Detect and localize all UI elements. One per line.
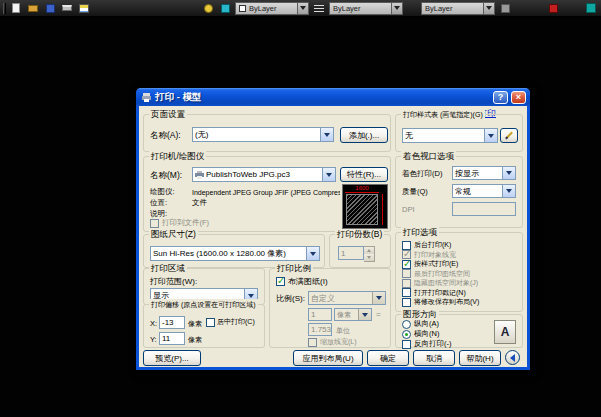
- plotter-label: 绘图仪:: [150, 187, 175, 197]
- group-title: 页面设置: [149, 109, 187, 120]
- scale-unit2-input[interactable]: 1.753: [308, 323, 332, 336]
- chevron-down-icon[interactable]: [322, 168, 335, 181]
- scale-unit2-label: 单位: [336, 326, 350, 336]
- chevron-down-icon[interactable]: [502, 167, 515, 179]
- printer-name-combo[interactable]: PublishToWeb JPG.pc3: [192, 167, 336, 182]
- ok-button[interactable]: 确定: [367, 350, 409, 366]
- fit-to-paper-label: 布满图纸(I): [288, 276, 328, 287]
- landscape-radio[interactable]: [402, 330, 411, 339]
- linetype-icon[interactable]: [312, 1, 326, 15]
- cancel-button[interactable]: 取消: [413, 350, 455, 366]
- scale-lineweight-checkbox[interactable]: [308, 338, 317, 347]
- plot-dialog-icon: [140, 91, 152, 103]
- portrait-label: 纵向(A): [414, 319, 439, 329]
- chevron-down-icon[interactable]: [372, 292, 385, 304]
- chevron-down-icon[interactable]: [320, 128, 333, 141]
- hide-paperspace-objects-checkbox[interactable]: [402, 279, 411, 288]
- chevron-down-icon[interactable]: [502, 185, 515, 197]
- combo-value: PublishToWeb JPG.pc3: [193, 168, 322, 181]
- edit-plot-style-button[interactable]: [500, 128, 518, 143]
- page-setup-name-combo[interactable]: (无): [192, 127, 334, 142]
- apply-to-layout-button[interactable]: 应用到布局(U): [293, 350, 363, 366]
- combo-value: 像素: [335, 309, 358, 320]
- chevron-down-icon[interactable]: [483, 3, 494, 14]
- plot-to-file-checkbox[interactable]: [150, 219, 159, 228]
- fit-to-paper-checkbox-row: 布满图纸(I): [276, 276, 328, 287]
- combo-value: 按显示: [453, 167, 502, 179]
- toolbar-grip[interactable]: [3, 3, 6, 14]
- spin-up-icon[interactable]: [364, 247, 374, 254]
- printer-icon: [195, 171, 204, 179]
- toolbar-icon-red-swatch[interactable]: [546, 1, 560, 15]
- chevron-down-icon[interactable]: [484, 129, 497, 142]
- quality-combo[interactable]: 常规: [452, 184, 516, 198]
- group-title: 打印样式表 (画笔指定)(G): [401, 109, 485, 120]
- dpi-input[interactable]: [452, 202, 516, 216]
- close-button[interactable]: ×: [511, 91, 526, 104]
- plot-style-group: 打印样式表 (画笔指定)(G) 无: [395, 114, 523, 152]
- plot-dialog: 打印 - 模型 ? × i 了解打印 页面设置 名称(A): (无) 添加(.)…: [136, 88, 530, 370]
- offset-y-input[interactable]: 11: [159, 332, 185, 345]
- object-properties-toolbar: ByLayer ByLayer ByLayer: [0, 0, 601, 17]
- chevron-down-icon[interactable]: [306, 247, 319, 260]
- preview-button[interactable]: 预览(P)...: [143, 350, 201, 366]
- lineweight-control[interactable]: ByLayer: [421, 2, 495, 15]
- paper-size-combo[interactable]: Sun Hi-Res (1600.00 x 1280.00 像素): [150, 246, 320, 261]
- autocad-window: ByLayer ByLayer ByLayer 打印 - 模型 ? ×: [0, 0, 601, 417]
- layers-icon[interactable]: [77, 1, 91, 15]
- plot-style-combo[interactable]: 无: [402, 128, 498, 143]
- new-file-icon[interactable]: [9, 1, 23, 15]
- make-layer-current-icon[interactable]: [201, 1, 215, 15]
- plot-stamp-on-checkbox[interactable]: [402, 288, 411, 297]
- copies-spinner[interactable]: 1: [338, 246, 375, 262]
- open-folder-icon[interactable]: [26, 1, 40, 15]
- paper-preview: 1600: [342, 184, 388, 229]
- group-title: 打印偏移 (原点设置在可打印区域): [149, 299, 258, 310]
- dialog-body: i 了解打印 页面设置 名称(A): (无) 添加(.)... 打印机/绘图仪 …: [139, 106, 527, 367]
- plot-paperspace-last-checkbox[interactable]: [402, 269, 411, 278]
- dpi-label: DPI: [402, 205, 415, 215]
- add-page-setup-button[interactable]: 添加(.)...: [340, 127, 388, 143]
- scale-unit1-input[interactable]: 1: [308, 308, 332, 321]
- layer-previous-icon[interactable]: [218, 1, 232, 15]
- offset-y-label: Y:: [150, 335, 157, 345]
- scale-combo[interactable]: 自定义: [308, 291, 386, 305]
- pencil-icon: [505, 132, 513, 140]
- center-plot-checkbox[interactable]: [206, 318, 215, 327]
- save-changes-to-layout-checkbox[interactable]: [402, 298, 411, 307]
- group-title: 图纸尺寸(Z): [149, 229, 198, 240]
- offset-y-unit: 像素: [188, 335, 202, 345]
- dialog-titlebar[interactable]: 打印 - 模型 ? ×: [136, 88, 530, 106]
- chevron-down-icon[interactable]: [391, 3, 402, 14]
- plot-style-control-icon[interactable]: [498, 1, 512, 15]
- portrait-radio[interactable]: [402, 320, 411, 329]
- orientation-paper-icon: A: [494, 320, 516, 344]
- save-icon[interactable]: [43, 1, 57, 15]
- shade-plot-combo[interactable]: 按显示: [452, 166, 516, 180]
- chevron-down-icon[interactable]: [358, 309, 371, 320]
- scale-unit1-combo[interactable]: 像素: [334, 308, 372, 321]
- location-label: 位置:: [150, 198, 167, 208]
- group-title: 打印机/绘图仪: [149, 151, 206, 162]
- plot-with-plot-styles-checkbox[interactable]: [402, 260, 411, 269]
- copies-value[interactable]: 1: [338, 246, 364, 260]
- spin-down-icon[interactable]: [364, 254, 374, 261]
- linetype-control[interactable]: ByLayer: [329, 2, 403, 15]
- plot-icon[interactable]: [60, 1, 74, 15]
- color-control[interactable]: ByLayer: [235, 2, 309, 15]
- help-button-bottom[interactable]: 帮助(H): [459, 350, 501, 366]
- option-label: 打开打印戳记(N): [414, 288, 466, 298]
- help-button[interactable]: ?: [493, 91, 508, 104]
- less-options-button[interactable]: [505, 350, 520, 365]
- chevron-down-icon[interactable]: [297, 3, 308, 14]
- properties-button[interactable]: 特性(R)...: [340, 167, 388, 182]
- scale-lineweight-label: 缩放线宽(L): [320, 337, 357, 347]
- spinner-arrows[interactable]: [364, 246, 375, 262]
- toolbar-icon-teal-swatch[interactable]: [584, 1, 598, 15]
- combo-value: 常规: [453, 185, 502, 197]
- plot-upside-down-checkbox[interactable]: [402, 340, 411, 349]
- plot-to-file-label: 打印到文件(F): [162, 218, 209, 228]
- fit-to-paper-checkbox[interactable]: [276, 277, 285, 286]
- page-setup-name-label: 名称(A):: [150, 130, 181, 140]
- offset-x-input[interactable]: -13: [159, 316, 185, 329]
